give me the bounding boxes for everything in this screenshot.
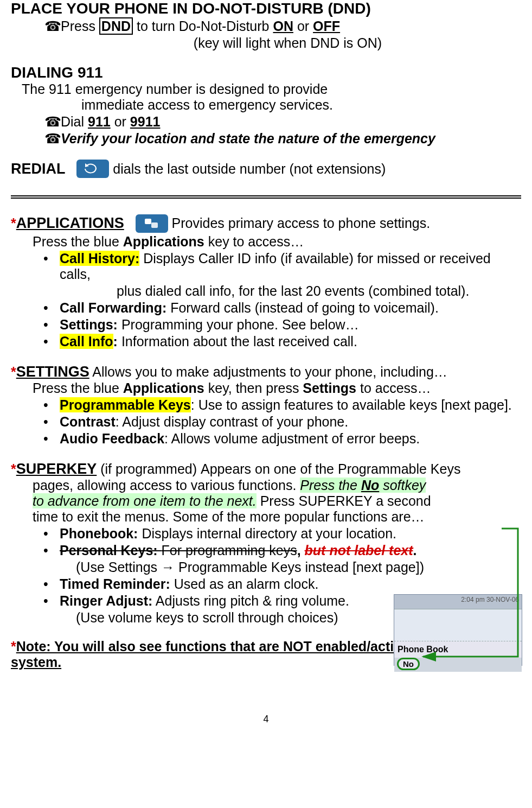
phone-icon: ☎ <box>44 131 61 147</box>
dnd-heading: PLACE YOUR PHONE IN DO-NOT-DISTURB (DND) <box>11 0 521 17</box>
settings-heading: SETTINGS <box>16 364 89 380</box>
applications-heading: APPLICATIONS <box>16 215 124 231</box>
dnd-press-row: ☎ Press DND to turn Do-Not-Disturb ON or… <box>11 18 521 34</box>
dnd-press-text: Press DND to turn Do-Not-Disturb ON or O… <box>61 18 521 34</box>
phone-icon: ☎ <box>44 18 61 34</box>
e911-verify: Verify your location and state the natur… <box>61 131 521 147</box>
app-call-fwd: • Call Forwarding: Forward calls (instea… <box>11 300 521 316</box>
applications-row: *APPLICATIONS Provides primary access to… <box>11 215 521 233</box>
svg-rect-0 <box>145 219 151 224</box>
sk-personal: • Personal Keys: For programming keys, b… <box>11 543 521 558</box>
divider <box>11 195 521 199</box>
applications-desc: Provides primary access to phone setting… <box>172 215 431 231</box>
e911-verify-row: ☎ Verify your location and state the nat… <box>11 131 521 147</box>
applications-access: Press the blue Applications key to acces… <box>11 234 521 250</box>
superkey-line2: pages, allowing access to various functi… <box>11 478 521 493</box>
app-call-info: • Call Info: Information about the last … <box>11 334 521 349</box>
settings-desc: Allows you to make adjustments to your p… <box>89 364 447 379</box>
star-icon: * <box>11 461 16 476</box>
superkey-rest1: Appears on one of the Programmable Keys <box>201 461 460 476</box>
app-settings: • Settings: Programming your phone. See … <box>11 317 521 333</box>
superkey-heading: SUPERKEY <box>16 461 97 477</box>
redial-heading: REDIAL <box>11 161 66 177</box>
no-softkey: No <box>397 658 420 670</box>
superkey-line4: time to exit the menus. Some of the more… <box>11 509 521 525</box>
e911-desc2: immediate access to emergency services. <box>11 97 521 113</box>
sk-personal-sub: (Use Settings → Programmable Keys instea… <box>11 559 521 575</box>
dnd-note: (key will light when DND is ON) <box>11 35 521 51</box>
star-icon: * <box>11 215 16 231</box>
phone-mid <box>394 609 522 641</box>
e911-dial-row: ☎ Dial 911 or 9911 <box>11 114 521 130</box>
e911-heading: DIALING 911 <box>11 64 521 81</box>
set-contrast: • Contrast: Adjust display contrast of y… <box>11 414 521 430</box>
settings-row: *SETTINGS Allows you to make adjustments… <box>11 364 521 380</box>
phone-icon: ☎ <box>44 114 61 130</box>
phone-clock: 2:04 pm 30-NOV-06 <box>394 595 522 609</box>
settings-access: Press the blue Applications key, then pr… <box>11 380 521 396</box>
sk-timed: • Timed Reminder: Used as an alarm clock… <box>11 576 521 592</box>
e911-dial-text: Dial 911 or 9911 <box>61 114 521 130</box>
redial-row: REDIAL dials the last outside number (no… <box>11 161 521 179</box>
sk-phonebook: • Phonebook: Displays internal directory… <box>11 526 521 542</box>
superkey-ifprog: (if programmed) <box>97 461 201 476</box>
phone-screenshot: 2:04 pm 30-NOV-06 Phone Book No <box>394 594 522 666</box>
superkey-row: *SUPERKEY (if programmed) Appears on one… <box>11 461 521 478</box>
set-audio: • Audio Feedback: Allows volume adjustme… <box>11 431 521 447</box>
phone-btm: No <box>394 658 522 672</box>
svg-rect-1 <box>151 222 158 228</box>
phone-book-label: Phone Book <box>394 641 522 658</box>
applications-icon <box>136 214 168 233</box>
redial-icon <box>76 160 109 178</box>
app-call-history-line2: plus dialed call info, for the last 20 e… <box>11 283 521 299</box>
superkey-line3: to advance from one item to the next. Pr… <box>11 493 521 509</box>
star-icon: * <box>11 364 16 379</box>
redial-desc: dials the last outside number (not exten… <box>113 161 386 176</box>
app-call-history: • Call History: Displays Caller ID info … <box>11 251 521 282</box>
star-icon: * <box>11 639 16 654</box>
e911-desc1: The 911 emergency number is designed to … <box>11 81 521 97</box>
page-number: 4 <box>11 714 521 725</box>
set-prog-keys: • Programmable Keys: Use to assign featu… <box>11 397 521 413</box>
dnd-key: DND <box>99 17 133 35</box>
